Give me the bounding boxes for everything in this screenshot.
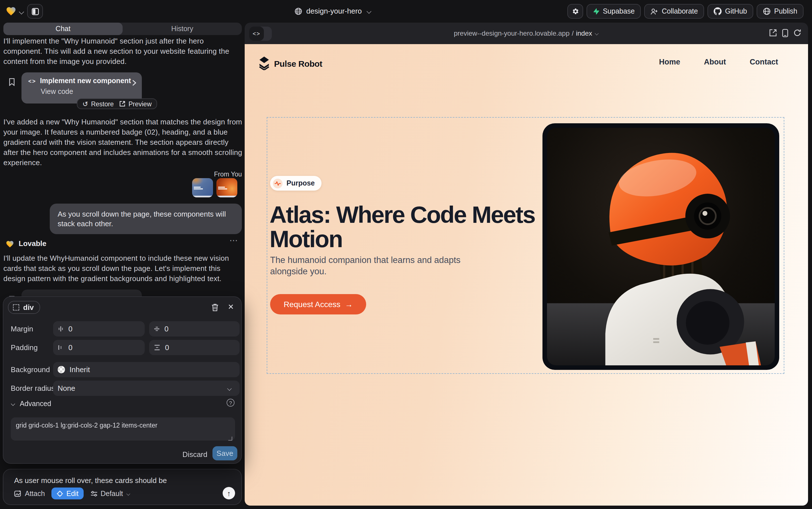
refresh-icon[interactable] — [793, 29, 801, 37]
collaborate-label: Collaborate — [662, 7, 698, 15]
attachment-thumbnail-orange[interactable] — [216, 178, 237, 197]
advanced-section-toggle[interactable]: Advanced — [11, 400, 51, 408]
chevron-down-icon — [227, 386, 232, 391]
from-you-label: From You — [214, 171, 242, 178]
chevron-down-icon — [595, 31, 599, 35]
site-nav: Home About Contact — [659, 58, 778, 66]
mobile-view-icon[interactable] — [782, 29, 788, 37]
site-viewport: Pulse Robot Home About Contact Purpose A… — [245, 44, 808, 506]
help-icon[interactable]: ? — [227, 399, 234, 407]
supabase-label: Supabase — [603, 7, 635, 15]
purpose-badge: Purpose — [270, 176, 322, 191]
globe-icon — [294, 7, 302, 15]
tab-history[interactable]: History — [123, 23, 242, 35]
chevron-down-icon — [126, 491, 130, 496]
settings-button[interactable] — [567, 4, 583, 19]
selected-element-chip[interactable]: div — [8, 301, 40, 314]
restore-button[interactable]: ↺ Restore — [82, 100, 114, 108]
view-code-link[interactable]: View code — [41, 88, 136, 96]
attach-button[interactable]: Attach — [14, 489, 45, 498]
nav-home[interactable]: Home — [659, 58, 680, 66]
chevron-down-icon — [11, 402, 15, 406]
padding-x-input[interactable]: 0 — [53, 340, 145, 355]
github-label: GitHub — [725, 7, 747, 15]
collaborate-button[interactable]: Collaborate — [644, 4, 704, 19]
project-name: design-your-hero — [306, 7, 362, 15]
bookmark-icon[interactable] — [8, 78, 15, 88]
sliders-icon — [90, 490, 98, 497]
assistant-message: I'll implement the "Why Humanoid" sectio… — [3, 36, 242, 67]
topbar: design-your-hero Supabase — [0, 0, 812, 23]
attachment-thumbnail-blue[interactable] — [192, 178, 213, 197]
preview-panel: <> preview--design-your-hero.lovable.app… — [245, 23, 808, 506]
message-menu-ellipsis-icon[interactable]: ⋯ — [229, 235, 238, 245]
nav-about[interactable]: About — [704, 58, 726, 66]
margin-vertical-icon — [154, 326, 160, 332]
border-radius-select[interactable]: None — [53, 381, 239, 396]
element-tag: div — [23, 303, 34, 312]
target-icon — [57, 490, 64, 497]
code-icon: <> — [28, 78, 36, 84]
project-selector[interactable]: design-your-hero — [294, 7, 372, 15]
background-label: Background — [11, 365, 50, 374]
publish-button[interactable]: Publish — [756, 4, 804, 19]
pulse-robot-logo-icon — [259, 57, 269, 70]
border-radius-label: Border radius — [11, 384, 55, 393]
hero-subheading: The humanoid companion that learns and a… — [270, 254, 474, 277]
site-logo[interactable]: Pulse Robot — [259, 57, 322, 70]
close-panel-icon[interactable]: ✕ — [228, 303, 234, 311]
model-selector[interactable]: Default — [90, 489, 130, 498]
assistant-message: I've added a new "Why Humanoid" section … — [3, 117, 243, 168]
edit-mode-button[interactable]: Edit — [52, 487, 84, 499]
chat-composer: Attach Edit Default ↑ — [3, 469, 242, 505]
pulse-icon — [273, 178, 283, 188]
agent-header: Lovable — [6, 239, 46, 248]
preview-url-bar[interactable]: preview--design-your-hero.lovable.app / … — [245, 23, 808, 44]
github-button[interactable]: GitHub — [707, 4, 753, 19]
margin-x-input[interactable]: 0 — [53, 321, 145, 337]
supabase-icon — [593, 8, 599, 15]
padding-label: Padding — [11, 343, 38, 352]
publish-globe-icon — [763, 7, 771, 15]
attach-image-icon — [14, 490, 22, 497]
publish-label: Publish — [774, 7, 797, 15]
chat-history-tabs: Chat History — [3, 23, 242, 35]
gear-icon — [571, 7, 579, 15]
component-card-title: Implement new component — [40, 77, 131, 85]
workspace-chevron-down-icon[interactable] — [19, 9, 24, 14]
padding-horizontal-icon — [58, 344, 64, 351]
restore-icon: ↺ — [82, 100, 88, 108]
delete-element-button[interactable] — [211, 303, 219, 314]
margin-y-input[interactable]: 0 — [149, 321, 239, 337]
lovable-heart-icon — [6, 239, 14, 247]
padding-vertical-icon — [154, 344, 160, 351]
margin-label: Margin — [11, 325, 33, 333]
arrow-right-icon: → — [345, 300, 353, 309]
classes-textarea[interactable] — [11, 417, 235, 441]
background-input[interactable]: Inherit — [53, 362, 239, 377]
open-in-new-tab-icon[interactable] — [769, 29, 777, 37]
hero-heading: Atlas: Where Code Meets Motion — [269, 202, 535, 251]
assistant-message: I'll update the WhyHumanoid component to… — [3, 253, 243, 284]
preview-url: preview--design-your-hero.lovable.app — [454, 29, 569, 37]
request-access-button[interactable]: Request Access → — [270, 294, 366, 314]
resize-grip-icon[interactable] — [228, 437, 232, 441]
agent-name: Lovable — [19, 239, 46, 248]
app-window: design-your-hero Supabase — [0, 0, 812, 509]
nav-contact[interactable]: Contact — [750, 58, 778, 66]
sidebar-toggle-button[interactable] — [27, 4, 43, 19]
lovable-logo-heart-icon[interactable] — [6, 6, 16, 18]
chat-input[interactable] — [14, 476, 229, 485]
discard-button[interactable]: Discard — [183, 447, 208, 461]
save-button[interactable]: Save — [213, 446, 237, 461]
preview-route: index — [576, 29, 592, 37]
padding-y-input[interactable]: 0 — [149, 340, 239, 355]
transparency-swatch-icon — [58, 366, 65, 373]
hero-robot-card — [543, 123, 779, 370]
tab-chat[interactable]: Chat — [3, 23, 123, 35]
chevron-right-icon — [132, 80, 136, 86]
send-button[interactable]: ↑ — [223, 487, 235, 499]
user-message-bubble: As you scroll down the page, these compo… — [50, 204, 242, 234]
preview-button[interactable]: Preview — [119, 100, 152, 107]
supabase-button[interactable]: Supabase — [587, 4, 641, 19]
